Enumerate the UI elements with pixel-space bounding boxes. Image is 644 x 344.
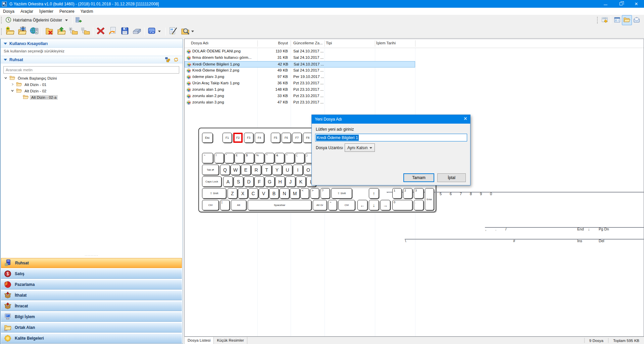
- toolbar-grip[interactable]: [597, 17, 599, 24]
- column-divider[interactable]: [257, 40, 258, 47]
- file-row[interactable]: ödeme planı 3.png97 KBPer 19.10.2017 ...: [185, 74, 415, 80]
- column-header[interactable]: Güncelleme Za...: [293, 41, 323, 45]
- toolbar-separator: [72, 16, 72, 24]
- window-view-button[interactable]: [612, 15, 622, 25]
- tree-item[interactable]: Alt Dizin - 01: [1, 81, 183, 88]
- delete-button[interactable]: [95, 26, 107, 37]
- nav-item-i̇hracat[interactable]: İhracat: [1, 301, 182, 311]
- shortcuts-header[interactable]: Kullanıcı Kısayolları: [1, 40, 183, 48]
- rename-folder-button[interactable]: [16, 26, 28, 37]
- column-header[interactable]: İşlem Tarihi: [376, 41, 396, 45]
- file-row[interactable]: DOLAR ÖDEME PLANI.png110 KBSal 24.10.201…: [185, 48, 415, 55]
- menu-item-araçlar[interactable]: Araçlar: [17, 8, 36, 15]
- nav-item-satış[interactable]: $Satış: [1, 269, 182, 279]
- window-controls: ×: [598, 0, 644, 8]
- ok-button[interactable]: Tamam: [403, 173, 434, 182]
- extension-value: Aynı Kalsın: [347, 145, 367, 150]
- keyboard-key-q: Q: [220, 165, 230, 175]
- search-folder-button[interactable]: [179, 26, 197, 37]
- app-window: { "colors": {"titlebar":"#0081e6","selec…: [0, 0, 644, 344]
- folder-icon: [23, 95, 29, 100]
- nav-item-ortak-alan[interactable]: Ortak Alan: [1, 322, 182, 333]
- file-name: Kredi Ödeme Bilgileri 1.png: [193, 62, 240, 66]
- expand-tree-button[interactable]: [67, 26, 80, 37]
- restore-button[interactable]: [613, 0, 629, 8]
- scanner-button[interactable]: [131, 26, 143, 37]
- refresh-icon[interactable]: [174, 57, 179, 63]
- chevron-expanded-icon[interactable]: [4, 76, 8, 80]
- new-name-input[interactable]: Kredi Ödeme Bilgileri 1: [315, 134, 467, 141]
- org-tree-icon[interactable]: [165, 57, 170, 63]
- menu-item-i̇şlemler[interactable]: İşlemler: [36, 8, 56, 15]
- close-button[interactable]: ×: [629, 0, 644, 8]
- collapse-tree-button[interactable]: [80, 26, 92, 37]
- view-tab-küçük-resimler[interactable]: Küçük Resimler: [214, 337, 247, 344]
- toolbar-grip[interactable]: [1, 17, 3, 24]
- column-header[interactable]: Tipi: [326, 41, 332, 45]
- file-row[interactable]: Kredi Ödeme Bilgileri 2.png49 KBSal 24.1…: [185, 68, 415, 74]
- nav-item-label: Satış: [15, 271, 24, 276]
- column-divider[interactable]: [375, 40, 375, 47]
- menu-item-yardım[interactable]: Yardım: [78, 8, 96, 15]
- toolbar-grip[interactable]: [1, 28, 3, 35]
- chevron-collapsed-icon[interactable]: [11, 83, 15, 87]
- web-folder-button[interactable]: [28, 26, 40, 37]
- file-row[interactable]: zorunlu alan 2.png33 KBPzt 23.10.2017 ..…: [185, 93, 415, 99]
- keyboard-key-ins: 0Ins: [392, 200, 412, 210]
- new-folder-button[interactable]: [4, 26, 16, 37]
- keyboard-key-: ~#: [328, 200, 337, 210]
- column-divider[interactable]: [415, 40, 415, 47]
- send-mail-button[interactable]: [632, 15, 641, 25]
- nav-item-kalite-belgeleri[interactable]: Kalite Belgeleri: [1, 333, 182, 343]
- chevron-expanded-icon[interactable]: [11, 89, 15, 93]
- file-row[interactable]: zorunlu alan 1.png148 KBPzt 23.10.2017 .…: [185, 87, 415, 93]
- panel-header[interactable]: Ruhsat: [1, 56, 183, 63]
- nav-item-i̇thalat[interactable]: İthalat: [1, 290, 182, 300]
- upload-folder-button[interactable]: [55, 26, 67, 37]
- dialog-close-icon[interactable]: ×: [463, 115, 467, 122]
- collapse-triangle-icon: [4, 43, 7, 45]
- nav-item-label: Ortak Alan: [15, 325, 35, 330]
- cancel-button[interactable]: İptal: [437, 173, 466, 182]
- file-row[interactable]: Kredi Ödeme Bilgileri 1.png42 KBSal 24.1…: [185, 61, 415, 68]
- file-size: 31 KB: [258, 55, 288, 59]
- close-icon: ×: [635, 1, 638, 7]
- file-row[interactable]: firma dönem farklı kullanıcı görm...31 K…: [185, 55, 415, 61]
- new-folder-icon: [6, 27, 14, 36]
- column-divider[interactable]: [291, 40, 291, 47]
- column-divider[interactable]: [325, 40, 325, 47]
- tree-item[interactable]: Alt Dizin - 02: [1, 88, 183, 94]
- sign-document-button[interactable]: [167, 26, 179, 37]
- reminders-toggle-button[interactable]: Hatırlatma Öğelerini Göster: [4, 15, 71, 25]
- view-tab-dosya-listesi[interactable]: Dosya Listesi: [184, 337, 214, 344]
- open-folder-icon: [624, 16, 630, 24]
- tree-item[interactable]: Örnek Başlangıç Dizini: [1, 75, 183, 81]
- file-size: 42 KB: [259, 62, 288, 66]
- keyboard-key-pgdn: 3Pg Dn: [414, 188, 424, 199]
- minimize-button[interactable]: [598, 0, 613, 8]
- column-header[interactable]: Boyut: [258, 41, 288, 45]
- file-row[interactable]: zorunlu alan 3.png47 KBPzt 23.10.2017 ..…: [185, 99, 415, 106]
- splitter-handle[interactable]: .........: [1, 253, 183, 256]
- menu-item-dosya[interactable]: Dosya: [0, 8, 17, 15]
- nav-item-pazarlama[interactable]: Pazarlama: [1, 280, 182, 290]
- menu-item-pencere[interactable]: Pencere: [56, 8, 78, 15]
- nav-item-bilgi-i̇şlem[interactable]: Bilgi İşlem: [1, 312, 182, 322]
- image-options-button[interactable]: [146, 26, 164, 37]
- export-building-button[interactable]: [74, 15, 83, 25]
- nav-item-ruhsat[interactable]: Ruhsat: [1, 258, 182, 268]
- save-button[interactable]: [119, 26, 131, 37]
- search-input[interactable]: [3, 66, 179, 74]
- toolbar-separator: [144, 28, 145, 36]
- collapse-tree-icon: [81, 27, 90, 36]
- layout-table-button[interactable]: [600, 15, 609, 25]
- extension-select[interactable]: Aynı Kalsın: [345, 143, 375, 152]
- delete-folder-button[interactable]: [43, 26, 55, 37]
- file-row[interactable]: Ürün Araç Takip Kartı 1.png36 KBPzt 23.1…: [185, 80, 415, 87]
- tree-item[interactable]: Alt Dizin - 02-a: [1, 94, 183, 100]
- open-folder-view-button[interactable]: [622, 15, 632, 25]
- folder-icon: [16, 88, 22, 93]
- column-header[interactable]: Dosya Adı: [191, 41, 208, 45]
- reminders-toggle-label: Hatırlatma Öğelerini Göster: [13, 18, 62, 23]
- restore-document-button[interactable]: [107, 26, 119, 37]
